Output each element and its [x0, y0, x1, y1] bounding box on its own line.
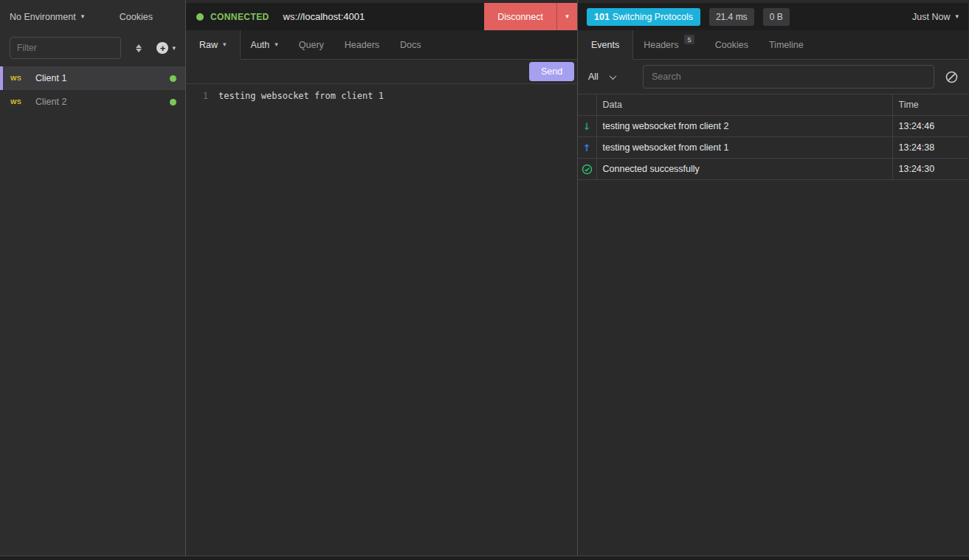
connected-dot-icon	[196, 13, 204, 21]
event-time: 13:24:46	[892, 116, 968, 137]
icon-column-header	[578, 94, 596, 116]
tab-auth[interactable]: Auth ▾	[241, 30, 289, 59]
disconnect-button[interactable]: Disconnect ▾	[484, 3, 577, 30]
tab-label: Query	[299, 40, 324, 50]
main-row: No Environment ▾ Cookies + ▾ WS	[0, 0, 969, 556]
filter-input[interactable]	[10, 37, 121, 59]
editor-line: 1 testing websocket from client 1	[186, 89, 577, 103]
url-input[interactable]: ws://localhost:4001	[283, 11, 485, 22]
response-tabbar: Events Headers5 Cookies Timeline	[578, 30, 968, 60]
send-button[interactable]: Send	[529, 62, 574, 81]
chevron-down-icon	[609, 72, 616, 80]
slash-circle-icon	[945, 71, 958, 83]
sort-down-triangle-icon	[136, 49, 142, 52]
sidebar-item-client-2[interactable]: WS Client 2	[0, 90, 185, 114]
plus-circle-icon: +	[156, 42, 168, 54]
clear-events-button[interactable]	[945, 71, 958, 83]
send-toolbar: Send	[186, 60, 577, 83]
headers-count-badge: 5	[684, 35, 694, 44]
duration-badge: 21.4 ms	[709, 8, 754, 26]
editor-text: testing websocket from client 1	[218, 89, 384, 103]
request-tabbar: Raw ▾ Auth ▾ Query Headers Docs	[186, 30, 577, 60]
disconnect-dropdown[interactable]: ▾	[556, 3, 577, 30]
size-badge: 0 B	[763, 8, 790, 26]
sort-icon[interactable]	[131, 44, 146, 52]
tab-label: Auth	[251, 40, 270, 50]
tab-headers[interactable]: Headers	[334, 30, 390, 59]
tab-response-headers[interactable]: Headers5	[633, 30, 705, 59]
tab-label: Events	[591, 40, 619, 50]
sidebar: No Environment ▾ Cookies + ▾ WS	[0, 0, 186, 556]
environment-selector[interactable]: No Environment ▾	[10, 12, 84, 22]
connected-dot-icon	[170, 75, 176, 82]
status-reason: Switching Protocols	[613, 12, 693, 22]
window-bottom-strip	[0, 556, 969, 560]
cookies-button[interactable]: Cookies	[120, 12, 153, 22]
sidebar-item-client-1[interactable]: WS Client 1	[0, 66, 185, 90]
request-name: Client 2	[35, 97, 170, 107]
events-table-header: Data Time	[578, 94, 968, 116]
response-topbar: 101Switching Protocols 21.4 ms 0 B Just …	[578, 0, 968, 30]
event-row[interactable]: Connected successfully 13:24:30	[578, 159, 968, 180]
environment-label: No Environment	[10, 12, 76, 22]
event-data: testing websocket from client 1	[596, 137, 892, 159]
sidebar-filter-row: + ▾	[0, 33, 185, 63]
events-table: Data Time ↓ testing websocket from clien…	[578, 94, 968, 180]
chevron-down-icon: ▾	[81, 13, 85, 20]
disconnect-label: Disconnect	[484, 3, 556, 30]
event-time: 13:24:38	[892, 137, 968, 159]
insomnia-app: No Environment ▾ Cookies + ▾ WS	[0, 0, 969, 560]
response-panel: 101Switching Protocols 21.4 ms 0 B Just …	[578, 0, 968, 556]
tab-label: Timeline	[769, 40, 804, 50]
chevron-down-icon: ▾	[223, 41, 227, 48]
ws-method-badge: WS	[10, 75, 35, 82]
chevron-down-icon: ▾	[955, 13, 959, 20]
tab-body-raw[interactable]: Raw ▾	[186, 30, 241, 59]
chevron-down-icon: ▾	[275, 41, 278, 48]
sidebar-header: No Environment ▾ Cookies	[0, 0, 185, 33]
add-request-button[interactable]: + ▾	[156, 42, 176, 54]
message-editor[interactable]: 1 testing websocket from client 1	[186, 83, 577, 556]
request-topbar: CONNECTED ws://localhost:4001 Disconnect…	[186, 0, 577, 30]
time-column-header: Time	[892, 94, 968, 116]
tab-response-cookies[interactable]: Cookies	[705, 30, 759, 59]
tab-label: Headers	[644, 40, 678, 50]
event-time: 13:24:30	[892, 159, 968, 180]
events-search-input[interactable]	[643, 65, 934, 89]
tab-docs[interactable]: Docs	[390, 30, 431, 59]
tab-label: Docs	[400, 40, 421, 50]
chevron-down-icon: ▾	[172, 45, 176, 52]
request-list: WS Client 1 WS Client 2	[0, 66, 185, 114]
recency-label: Just Now	[912, 12, 950, 22]
chevron-down-icon: ▾	[565, 13, 569, 20]
connected-dot-icon	[170, 99, 176, 106]
sort-up-triangle-icon	[136, 44, 142, 48]
data-column-header: Data	[596, 94, 892, 116]
event-row[interactable]: ↑ testing websocket from client 1 13:24:…	[578, 137, 968, 159]
arrow-up-icon: ↑	[583, 142, 591, 153]
request-panel: CONNECTED ws://localhost:4001 Disconnect…	[186, 0, 578, 556]
event-data: testing websocket from client 2	[596, 116, 892, 137]
event-type-value: All	[588, 72, 599, 82]
tab-query[interactable]: Query	[289, 30, 334, 59]
check-circle-icon	[582, 164, 593, 175]
status-badge: 101Switching Protocols	[587, 8, 700, 26]
ws-method-badge: WS	[10, 98, 35, 106]
event-data: Connected successfully	[596, 159, 892, 180]
tab-timeline[interactable]: Timeline	[759, 30, 814, 59]
connection-status: CONNECTED	[210, 12, 269, 22]
tab-events[interactable]: Events	[578, 30, 633, 59]
arrow-down-icon: ↓	[583, 121, 591, 132]
status-code: 101	[594, 12, 610, 22]
response-history-dropdown[interactable]: Just Now ▾	[912, 12, 959, 22]
tab-label: Raw	[199, 40, 218, 50]
line-number: 1	[186, 89, 218, 103]
tab-label: Cookies	[715, 40, 748, 50]
event-row[interactable]: ↓ testing websocket from client 2 13:24:…	[578, 116, 968, 137]
events-filter-row: All	[578, 60, 968, 94]
event-type-select[interactable]: All	[587, 72, 643, 82]
request-name: Client 1	[35, 73, 170, 83]
tab-label: Headers	[345, 40, 379, 50]
